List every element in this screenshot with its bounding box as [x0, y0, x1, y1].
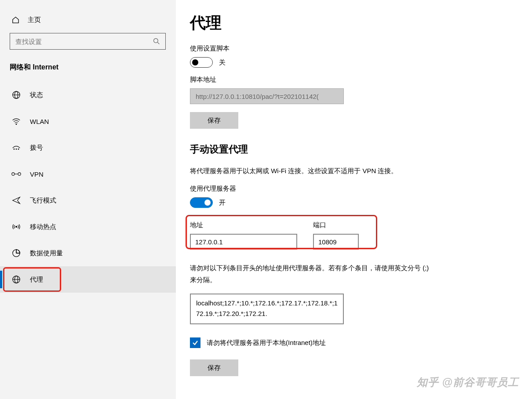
manual-heading: 手动设置代理	[190, 143, 518, 156]
svg-point-7	[16, 149, 17, 150]
intranet-label: 请勿将代理服务器用于本地(Intranet)地址	[207, 339, 326, 347]
home-icon	[11, 16, 20, 24]
sidebar-item-label: 状态	[30, 91, 43, 99]
svg-point-8	[18, 149, 19, 150]
sidebar-item-hotspot[interactable]: 移动热点	[0, 214, 176, 240]
script-address-value: http://127.0.0.1:10810/pac/?t=202101142(	[196, 93, 319, 100]
airplane-icon	[11, 196, 21, 205]
sidebar-item-airplane[interactable]: 飞行模式	[0, 187, 176, 214]
port-label: 端口	[313, 221, 359, 229]
vpn-icon	[11, 171, 21, 177]
use-proxy-label: 使用代理服务器	[190, 185, 518, 193]
port-input[interactable]	[313, 234, 359, 250]
search-field[interactable]	[15, 38, 153, 45]
script-toggle-label: 使用设置脚本	[190, 44, 518, 53]
svg-point-12	[16, 226, 17, 228]
sidebar-item-label: VPN	[30, 170, 44, 178]
sidebar-item-proxy[interactable]: 代理	[0, 266, 176, 293]
sidebar-item-label: WLAN	[30, 118, 49, 125]
data-usage-icon	[11, 249, 21, 258]
sidebar-home-label: 主页	[28, 16, 41, 24]
sidebar-item-label: 飞行模式	[30, 196, 56, 205]
status-icon	[11, 91, 21, 99]
globe-icon	[11, 275, 21, 284]
manual-desc: 将代理服务器用于以太网或 Wi-Fi 连接。这些设置不适用于 VPN 连接。	[190, 165, 436, 177]
sidebar-item-dialup[interactable]: 拨号	[0, 134, 176, 161]
sidebar-item-label: 拨号	[30, 144, 43, 152]
svg-point-6	[14, 149, 15, 150]
sidebar-home[interactable]: 主页	[0, 12, 176, 33]
use-proxy-state: 开	[219, 199, 226, 207]
use-script-toggle[interactable]	[190, 57, 213, 68]
sidebar-item-vpn[interactable]: VPN	[0, 161, 176, 187]
use-script-state: 关	[219, 58, 226, 67]
use-proxy-toggle[interactable]	[190, 197, 213, 208]
sidebar-item-wlan[interactable]: WLAN	[0, 108, 176, 134]
bypass-desc: 请勿对以下列条目开头的地址使用代理服务器。若有多个条目，请使用英文分号 (;) …	[190, 262, 436, 286]
search-icon	[153, 38, 160, 45]
page-title: 代理	[190, 12, 518, 34]
svg-point-10	[18, 173, 21, 175]
svg-point-9	[12, 173, 15, 175]
watermark: 知乎 @前谷哥哥员工	[417, 375, 519, 389]
sidebar-category: 网络和 Internet	[0, 60, 176, 82]
intranet-checkbox[interactable]	[190, 337, 200, 348]
dialup-icon	[11, 145, 21, 151]
sidebar-item-label: 代理	[30, 276, 43, 284]
hotspot-icon	[11, 223, 21, 231]
script-address-input: http://127.0.0.1:10810/pac/?t=202101142(	[190, 88, 344, 104]
address-input[interactable]	[190, 234, 297, 250]
sidebar-item-label: 数据使用量	[30, 249, 63, 258]
manual-save-button[interactable]: 保存	[190, 359, 238, 376]
wifi-icon	[11, 118, 21, 125]
bypass-input[interactable]: localhost;127.*;10.*;172.16.*;172.17.*;1…	[190, 294, 344, 324]
sidebar: 主页 网络和 Internet 状态 WLAN	[0, 0, 176, 399]
search-input[interactable]	[10, 33, 166, 50]
script-save-button[interactable]: 保存	[190, 112, 238, 129]
sidebar-item-status[interactable]: 状态	[0, 82, 176, 108]
address-label: 地址	[190, 221, 297, 229]
script-address-label: 脚本地址	[190, 76, 518, 84]
svg-line-1	[157, 42, 159, 44]
svg-point-0	[154, 39, 158, 43]
main-content: 代理 使用设置脚本 关 脚本地址 http://127.0.0.1:10810/…	[176, 0, 532, 399]
sidebar-item-label: 移动热点	[30, 223, 56, 231]
svg-point-5	[16, 124, 17, 125]
sidebar-item-datausage[interactable]: 数据使用量	[0, 240, 176, 266]
bypass-value: localhost;127.*;10.*;172.16.*;172.17.*;1…	[196, 299, 338, 317]
